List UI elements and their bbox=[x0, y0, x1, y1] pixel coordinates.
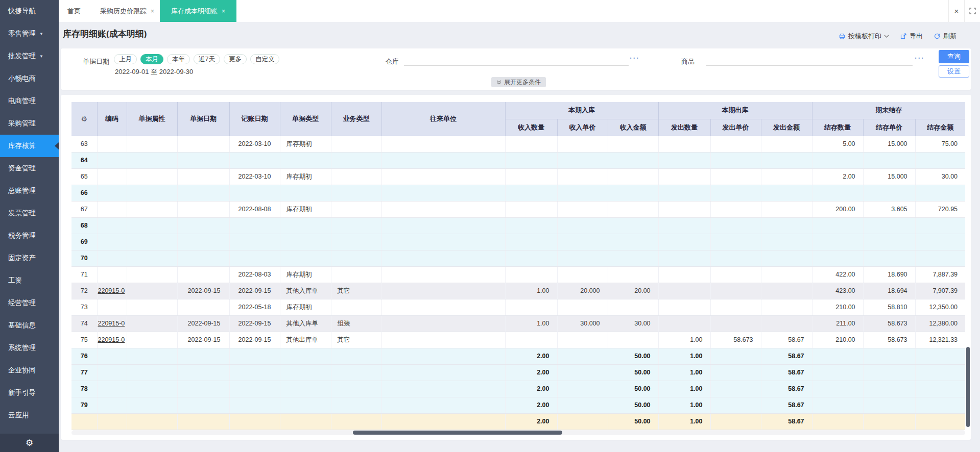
table-row[interactable]: 74220915-02022-09-152022-09-15其他入库单组装1.0… bbox=[71, 315, 965, 332]
date-option-自定义[interactable]: 自定义 bbox=[250, 54, 280, 64]
date-option-本年[interactable]: 本年 bbox=[167, 54, 190, 64]
cell-in_amt bbox=[608, 201, 658, 217]
cell-bal_qty: 210.00 bbox=[812, 299, 863, 315]
cell-attr bbox=[127, 299, 177, 315]
cell-acc_date bbox=[229, 364, 280, 381]
cell-in_amt bbox=[608, 217, 658, 234]
date-option-更多[interactable]: 更多 bbox=[224, 54, 247, 64]
query-button[interactable]: 查询 bbox=[939, 50, 969, 63]
table-row[interactable]: 772.0050.001.0058.67 bbox=[71, 364, 965, 381]
sidebar-item-零售管理[interactable]: 零售管理▼ bbox=[0, 22, 59, 45]
product-picker-ellipsis-button[interactable]: ··· bbox=[915, 55, 925, 62]
sidebar-item-新手引导[interactable]: 新手引导 bbox=[0, 382, 59, 404]
warehouse-picker-ellipsis-button[interactable]: ··· bbox=[630, 55, 640, 62]
print-by-template-button[interactable]: 按模板打印 bbox=[839, 32, 889, 41]
cell-bal_qty: 211.00 bbox=[812, 315, 863, 332]
refresh-icon bbox=[934, 33, 941, 40]
table-row[interactable]: 70 bbox=[71, 250, 965, 266]
cell-doc_type bbox=[280, 217, 331, 234]
doc-code-link[interactable]: 220915-0 bbox=[98, 320, 125, 327]
cell-out_amt bbox=[761, 283, 812, 299]
sidebar-item-总账管理[interactable]: 总账管理 bbox=[0, 180, 59, 202]
cell-code bbox=[97, 185, 127, 201]
sidebar-item-发票管理[interactable]: 发票管理 bbox=[0, 202, 59, 224]
table-row[interactable]: 75220915-02022-09-152022-09-15其他出库单其它1.0… bbox=[71, 332, 965, 348]
cell-in_price bbox=[557, 152, 608, 168]
doc-code-link[interactable]: 220915-0 bbox=[98, 336, 125, 343]
cell-partner bbox=[381, 299, 505, 315]
date-option-近7天[interactable]: 近7天 bbox=[194, 54, 220, 64]
expand-more-conditions-button[interactable]: 展开更多条件 bbox=[491, 77, 546, 87]
sidebar-item-库存核算[interactable]: 库存核算 bbox=[0, 135, 59, 157]
table-row[interactable]: 672022-08-08库存期初200.003.605720.95 bbox=[71, 201, 965, 217]
table-row[interactable]: 732022-05-18库存期初210.0058.81012,350.00 bbox=[71, 299, 965, 315]
tab-close-icon[interactable]: × bbox=[222, 8, 225, 15]
cell-in_amt: 50.00 bbox=[608, 413, 658, 430]
sidebar-item-企业协同[interactable]: 企业协同 bbox=[0, 359, 59, 382]
cell-out_price bbox=[710, 152, 761, 168]
table-header: ⚙ 编码 单据属性 单据日期 记账日期 单据类型 业务类型 往来单位 本期入库 … bbox=[71, 102, 965, 136]
table-row[interactable]: 64 bbox=[71, 152, 965, 168]
table-row[interactable]: 72220915-02022-09-152022-09-15其他入库单其它1.0… bbox=[71, 283, 965, 299]
product-filter-label: 商品 bbox=[681, 57, 695, 66]
cell-bal_price bbox=[863, 217, 915, 234]
table-row[interactable]: 782.0050.001.0058.67 bbox=[71, 381, 965, 397]
tab-库存成本明细账[interactable]: 库存成本明细账× bbox=[160, 0, 236, 22]
sidebar-item-电商管理[interactable]: 电商管理 bbox=[0, 90, 59, 112]
cell-out_price bbox=[710, 315, 761, 332]
cell-attr bbox=[127, 136, 177, 152]
sidebar-item-采购管理[interactable]: 采购管理 bbox=[0, 112, 59, 135]
column-settings-gear-icon[interactable]: ⚙ bbox=[81, 115, 87, 123]
table-row[interactable]: 68 bbox=[71, 217, 965, 234]
table-row[interactable]: 792.0050.001.0058.67 bbox=[71, 397, 965, 413]
export-button[interactable]: 导出 bbox=[900, 32, 923, 41]
tab-采购历史价跟踪[interactable]: 采购历史价跟踪× bbox=[100, 0, 154, 22]
cell-doc_date bbox=[177, 413, 229, 430]
sidebar-item-固定资产[interactable]: 固定资产 bbox=[0, 247, 59, 269]
cell-out_qty bbox=[658, 266, 710, 283]
sidebar-item-资金管理[interactable]: 资金管理 bbox=[0, 157, 59, 180]
tab-close-icon[interactable]: × bbox=[151, 8, 154, 15]
refresh-button[interactable]: 刷新 bbox=[934, 32, 957, 41]
sidebar-item-基础信息[interactable]: 基础信息 bbox=[0, 314, 59, 337]
sidebar-item-系统管理[interactable]: 系统管理 bbox=[0, 337, 59, 359]
cell-bal_amt: 12,350.00 bbox=[915, 299, 965, 315]
table-row[interactable]: 69 bbox=[71, 234, 965, 250]
cell-in_price: 30.000 bbox=[557, 315, 608, 332]
table-row[interactable]: 66 bbox=[71, 185, 965, 201]
cell-code bbox=[97, 413, 127, 430]
col-header-doc-type: 单据类型 bbox=[280, 102, 331, 136]
table-row[interactable]: 632022-03-10库存期初5.0015.00075.00 bbox=[71, 136, 965, 152]
doc-code-link[interactable]: 220915-0 bbox=[98, 287, 125, 294]
printer-icon bbox=[839, 33, 846, 40]
sidebar-item-小畅电商[interactable]: 小畅电商 bbox=[0, 67, 59, 90]
cell-out_qty bbox=[658, 185, 710, 201]
sidebar-item-工资[interactable]: 工资 bbox=[0, 269, 59, 292]
cell-in_qty bbox=[505, 136, 557, 152]
cell-acc_date bbox=[229, 413, 280, 430]
close-icon[interactable]: × bbox=[948, 0, 964, 22]
date-option-上月[interactable]: 上月 bbox=[114, 54, 137, 64]
sidebar-item-快捷导航[interactable]: 快捷导航 bbox=[0, 0, 59, 22]
table-row[interactable]: 712022-08-03库存期初422.0018.6907,887.39 bbox=[71, 266, 965, 283]
table-row[interactable]: 652022-03-10库存期初2.0015.00030.00 bbox=[71, 168, 965, 185]
cell-bal_price: 58.673 bbox=[863, 332, 915, 348]
tab-首页[interactable]: 首页 bbox=[67, 0, 81, 22]
cell-out_qty bbox=[658, 315, 710, 332]
sidebar-item-云应用[interactable]: 云应用 bbox=[0, 404, 59, 426]
sidebar-item-经营管理[interactable]: 经营管理 bbox=[0, 292, 59, 314]
warehouse-input[interactable] bbox=[404, 52, 629, 66]
vertical-scrollbar-thumb[interactable] bbox=[966, 347, 970, 427]
cell-bal_qty bbox=[812, 413, 863, 430]
product-input[interactable] bbox=[706, 52, 913, 66]
settings-button[interactable]: 设置 bbox=[939, 65, 969, 78]
date-option-本月[interactable]: 本月 bbox=[140, 54, 163, 64]
sidebar-item-税务管理[interactable]: 税务管理 bbox=[0, 224, 59, 247]
settings-gear-icon[interactable]: ⚙ bbox=[26, 438, 33, 448]
table-row[interactable]: 2.0050.001.0058.67 bbox=[71, 413, 965, 430]
sidebar-item-批发管理[interactable]: 批发管理▼ bbox=[0, 45, 59, 67]
table-row[interactable]: 762.0050.001.0058.67 bbox=[71, 348, 965, 364]
cell-num: 67 bbox=[71, 201, 97, 217]
horizontal-scrollbar-thumb[interactable] bbox=[353, 431, 562, 435]
fullscreen-icon[interactable] bbox=[964, 0, 980, 22]
